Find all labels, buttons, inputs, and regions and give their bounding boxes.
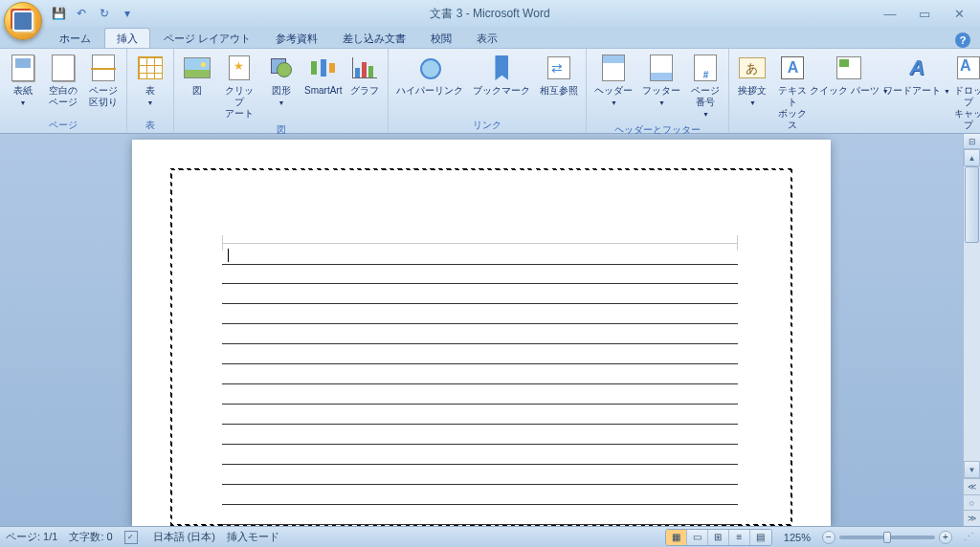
crossref-icon: [547, 56, 570, 79]
ruler-toggle[interactable]: ⊟: [964, 134, 980, 149]
zoom-controls: − +: [822, 531, 952, 544]
page[interactable]: [132, 140, 831, 526]
quickparts-icon: [836, 56, 861, 79]
aisatsu-button[interactable]: 挨拶文▼: [733, 51, 771, 110]
language-indicator[interactable]: 日本語 (日本): [153, 530, 215, 544]
fullscreen-reading-view[interactable]: ▭: [687, 530, 708, 545]
dropcap-icon: [957, 56, 980, 79]
tab-mailings[interactable]: 差し込み文書: [331, 29, 417, 48]
maximize-button[interactable]: ▭: [911, 6, 938, 21]
zoom-in-button[interactable]: +: [939, 531, 952, 544]
scroll-up-button[interactable]: ▲: [964, 149, 980, 166]
print-layout-view[interactable]: ▦: [666, 530, 687, 545]
scroll-thumb[interactable]: [965, 166, 979, 243]
draft-view[interactable]: ▤: [750, 530, 771, 545]
zoom-out-button[interactable]: −: [822, 531, 835, 544]
tab-references[interactable]: 参考資料: [264, 29, 329, 48]
aisatsu-icon: [739, 57, 766, 78]
web-layout-view[interactable]: ⊞: [708, 530, 729, 545]
textbox-icon: A: [781, 56, 804, 79]
spell-check-icon[interactable]: ✓: [124, 530, 142, 544]
page-break-icon: [92, 55, 115, 81]
bookmark-icon: [495, 55, 508, 80]
document-scroll[interactable]: [0, 134, 963, 526]
scroll-down-button[interactable]: ▼: [964, 461, 980, 478]
group-pages: 表紙▼ 空白の ページ ページ 区切り ページ: [0, 49, 127, 133]
group-headerfooter: ヘッダー▼ フッター▼ #ページ 番号▼ ヘッダーとフッター: [587, 49, 729, 133]
group-tables-label: 表: [131, 117, 169, 133]
close-button[interactable]: ✕: [946, 6, 972, 21]
browse-object-button[interactable]: ○: [964, 494, 980, 511]
text-cursor: [228, 249, 229, 262]
status-bar: ページ: 1/1 文字数: 0 ✓ 日本語 (日本) 挿入モード ▦ ▭ ⊞ ≡…: [0, 526, 980, 547]
blank-page-button[interactable]: 空白の ページ: [44, 51, 82, 110]
insert-mode[interactable]: 挿入モード: [227, 530, 279, 544]
prev-page-button[interactable]: ≪: [964, 478, 980, 494]
zoom-level[interactable]: 125%: [784, 532, 811, 543]
office-button[interactable]: [4, 2, 42, 40]
save-button[interactable]: 💾: [48, 4, 69, 23]
tab-page-layout[interactable]: ページ レイアウト: [152, 29, 262, 48]
hyperlink-button[interactable]: ハイパーリンク: [392, 51, 467, 98]
tab-view[interactable]: 表示: [465, 29, 509, 48]
textbox-button[interactable]: Aテキスト ボックス▼: [773, 51, 812, 144]
smartart-icon: [310, 57, 337, 78]
tab-home[interactable]: ホーム: [48, 29, 102, 48]
pagenum-icon: #: [694, 55, 717, 81]
tab-insert[interactable]: 挿入: [104, 28, 150, 48]
dropcap-button[interactable]: ドロップ キャップ▼: [949, 51, 980, 144]
smartart-button[interactable]: SmartArt: [302, 51, 344, 98]
minimize-button[interactable]: —: [877, 6, 903, 21]
quickparts-button[interactable]: クイック パーツ ▼: [813, 51, 884, 98]
view-buttons: ▦ ▭ ⊞ ≡ ▤: [665, 529, 772, 546]
title-bar: 💾 ↶ ↻ ▾ 文書 3 - Microsoft Word — ▭ ✕: [0, 0, 980, 27]
page-break-button[interactable]: ページ 区切り: [84, 51, 122, 110]
header-icon: [602, 55, 625, 81]
undo-button[interactable]: ↶: [71, 4, 92, 23]
tab-review[interactable]: 校閲: [419, 29, 463, 48]
margin-guide: [222, 243, 738, 244]
chart-icon: [352, 57, 377, 78]
header-button[interactable]: ヘッダー▼: [590, 51, 636, 110]
quick-access-toolbar: 💾 ↶ ↻ ▾: [48, 0, 138, 27]
group-text: 挨拶文▼ Aテキスト ボックス▼ クイック パーツ ▼ Aワードアート ▼ ドロ…: [729, 49, 980, 133]
bookmark-button[interactable]: ブックマーク: [469, 51, 534, 98]
blank-page-icon: [52, 55, 75, 81]
group-links: ハイパーリンク ブックマーク 相互参照 リンク: [389, 49, 587, 133]
pagenum-button[interactable]: #ページ 番号▼: [686, 51, 724, 121]
footer-button[interactable]: フッター▼: [638, 51, 684, 110]
browse-nav: ≪ ○ ≫: [964, 478, 980, 526]
zoom-thumb[interactable]: [883, 532, 891, 543]
resize-grip[interactable]: ⋰: [964, 531, 974, 543]
crossref-button[interactable]: 相互参照: [536, 51, 582, 98]
ruled-lines: [222, 264, 738, 526]
page-indicator[interactable]: ページ: 1/1: [6, 530, 57, 544]
clipart-button[interactable]: クリップ アート: [218, 51, 260, 121]
help-icon[interactable]: ?: [955, 33, 970, 48]
window-controls: — ▭ ✕: [877, 6, 980, 21]
window-title: 文書 3 - Microsoft Word: [430, 6, 549, 22]
clipart-icon: [229, 55, 250, 80]
scroll-track[interactable]: [964, 166, 980, 461]
table-icon: [138, 56, 163, 79]
footer-icon: [650, 55, 673, 81]
word-count[interactable]: 文字数: 0: [69, 530, 112, 544]
hyperlink-icon: [416, 58, 443, 77]
zoom-slider[interactable]: [839, 536, 935, 539]
group-illustrations: 図 クリップ アート 図形▼ SmartArt グラフ 図: [174, 49, 389, 133]
wordart-icon: A: [909, 55, 924, 80]
shapes-icon: [269, 56, 294, 79]
redo-button[interactable]: ↻: [94, 4, 115, 23]
wordart-button[interactable]: Aワードアート ▼: [886, 51, 947, 98]
next-page-button[interactable]: ≫: [964, 510, 980, 526]
document-area: ⊟ ▲ ▼ ≪ ○ ≫: [0, 134, 980, 526]
cover-page-button[interactable]: 表紙▼: [4, 51, 42, 110]
picture-button[interactable]: 図: [178, 51, 216, 98]
outline-view[interactable]: ≡: [729, 530, 750, 545]
ribbon-tabs: ホーム 挿入 ページ レイアウト 参考資料 差し込み文書 校閲 表示 ?: [0, 27, 980, 48]
table-button[interactable]: 表▼: [131, 51, 169, 110]
shapes-button[interactable]: 図形▼: [262, 51, 301, 110]
chart-button[interactable]: グラフ: [345, 51, 384, 98]
cover-page-icon: [11, 55, 34, 81]
qat-customize[interactable]: ▾: [117, 4, 138, 23]
